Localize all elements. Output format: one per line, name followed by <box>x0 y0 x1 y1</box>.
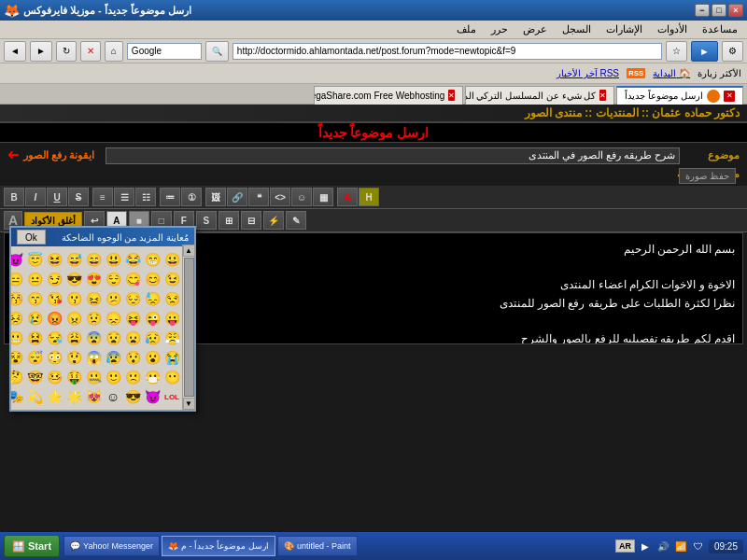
language-indicator[interactable]: AR <box>615 539 635 553</box>
emoji-6[interactable]: 😅 <box>64 250 83 269</box>
home-link[interactable]: 🏠 البداية <box>653 68 690 78</box>
emoji-23[interactable]: 😖 <box>84 289 103 308</box>
emoji-27[interactable]: 😚 <box>11 289 24 308</box>
tab-close-2[interactable]: ✕ <box>599 90 606 101</box>
size-btn[interactable]: S <box>196 211 217 230</box>
emoji-51[interactable]: 😲 <box>64 348 83 367</box>
emoji-15[interactable]: 😎 <box>64 270 83 288</box>
emoji-7[interactable]: 😆 <box>45 250 63 269</box>
close-button[interactable]: × <box>728 4 743 17</box>
emoji-13[interactable]: 😌 <box>104 270 122 288</box>
image-button[interactable]: 🖼 <box>205 188 226 206</box>
tab-series[interactable]: ✕ كل شيء عن المسلسل التركي الم... <box>465 86 614 105</box>
emoji-35[interactable]: 😢 <box>25 309 44 328</box>
emoji-70[interactable]: ⭐ <box>45 387 63 406</box>
emoji-65[interactable]: 😈 <box>143 387 162 406</box>
bold-button[interactable]: B <box>4 188 24 206</box>
emoji-12[interactable]: 😋 <box>123 270 142 288</box>
emoji-20[interactable]: 😓 <box>143 289 162 308</box>
back-button[interactable]: ◄ <box>4 41 26 62</box>
emoji-30[interactable]: 😝 <box>123 309 142 328</box>
forward-button[interactable]: ► <box>30 41 52 62</box>
subject-input[interactable] <box>106 147 680 164</box>
emoji-38[interactable]: 😥 <box>143 329 162 347</box>
emoji-57[interactable]: 🙁 <box>123 368 142 386</box>
refresh-button[interactable]: ↻ <box>56 41 77 62</box>
emoji-29[interactable]: 😜 <box>143 309 162 328</box>
emoji-34[interactable]: 😡 <box>45 309 63 328</box>
emoji-5[interactable]: 😄 <box>84 250 103 269</box>
emoji-48[interactable]: 😯 <box>123 348 142 367</box>
search-input[interactable] <box>127 43 202 60</box>
emoji-9[interactable]: 😈 <box>11 250 24 269</box>
menu-file[interactable]: ملف <box>453 22 480 36</box>
taskbar-paint[interactable]: 🎨 untitled - Paint <box>277 536 358 556</box>
tab-close-1[interactable]: ✕ <box>724 91 735 102</box>
emoji-17[interactable]: 😐 <box>25 270 44 288</box>
tab-close-3[interactable]: ✕ <box>448 90 455 101</box>
emoji-lol[interactable]: LOL <box>162 387 181 406</box>
google-search-button[interactable]: 🔍 <box>205 41 229 62</box>
emoji-59[interactable]: 🤐 <box>84 368 103 386</box>
emoji-54[interactable]: 😵 <box>11 348 24 367</box>
align-center-button[interactable]: ☰ <box>114 188 134 206</box>
emoji-42[interactable]: 😩 <box>64 329 83 347</box>
emoji-scroll-thumb[interactable] <box>184 258 194 397</box>
emoji-25[interactable]: 😘 <box>45 289 63 308</box>
table-button[interactable]: ▦ <box>313 188 333 206</box>
emoji-ok-button[interactable]: Ok <box>17 230 46 245</box>
emoji-39[interactable]: 😦 <box>123 329 142 347</box>
emoji-1[interactable]: 😀 <box>162 250 181 269</box>
emoji-52[interactable]: 😳 <box>45 348 63 367</box>
emoji-16[interactable]: 😏 <box>45 270 63 288</box>
emoji-69[interactable]: 🌟 <box>64 387 83 406</box>
ordered-list-button[interactable]: ① <box>181 188 202 206</box>
emoji-46[interactable]: 😭 <box>162 348 181 367</box>
emoji-14[interactable]: 😍 <box>84 270 103 288</box>
italic-button[interactable]: I <box>25 188 46 206</box>
list-button[interactable]: ≔ <box>160 188 180 206</box>
emoji-24[interactable]: 😗 <box>64 289 83 308</box>
emoji-49[interactable]: 😰 <box>104 348 122 367</box>
special-btn-1[interactable]: ⊞ <box>218 211 239 230</box>
emoji-36[interactable]: 😣 <box>11 309 24 328</box>
emoji-55[interactable]: 😶 <box>162 368 181 386</box>
minimize-button[interactable]: − <box>695 4 710 17</box>
emoji-22[interactable]: 😕 <box>104 289 122 308</box>
menu-help[interactable]: مساعدة <box>698 22 741 36</box>
emoji-71[interactable]: 💫 <box>25 387 44 406</box>
emoji-scroll-up[interactable]: ▲ <box>183 245 195 257</box>
menu-bookmarks[interactable]: الإشارات <box>602 22 646 36</box>
go-button[interactable]: ► <box>691 41 718 62</box>
emoji-4[interactable]: 😃 <box>104 250 122 269</box>
emoji-44[interactable]: 😫 <box>25 329 44 347</box>
emoji-43[interactable]: 😪 <box>45 329 63 347</box>
emoji-37[interactable]: 😤 <box>162 329 181 347</box>
tab-newtopic[interactable]: ✕ ارسل موضوعاً جديداً <box>616 86 743 105</box>
emoji-63[interactable]: 🤔 <box>11 368 24 386</box>
emoji-67[interactable]: ☺ <box>104 387 122 406</box>
emoji-62[interactable]: 🤓 <box>25 368 44 386</box>
taskbar-firefox[interactable]: 🦊 ارسل موضوعاً جديداً - م <box>162 536 275 556</box>
emoji-26[interactable]: 😙 <box>25 289 44 308</box>
font-color-button[interactable]: A <box>337 188 358 206</box>
emoji-41[interactable]: 😨 <box>84 329 103 347</box>
emoji-50[interactable]: 😱 <box>84 348 103 367</box>
bookmark-button[interactable]: ☆ <box>666 41 687 62</box>
maximize-button[interactable]: □ <box>712 4 726 17</box>
menu-history[interactable]: السجل <box>558 22 595 36</box>
emoji-60[interactable]: 🤑 <box>64 368 83 386</box>
emoji-47[interactable]: 😮 <box>143 348 162 367</box>
emoji-33[interactable]: 😠 <box>64 309 83 328</box>
link-button[interactable]: 🔗 <box>227 188 247 206</box>
emoji-11[interactable]: 😊 <box>143 270 162 288</box>
emoji-61[interactable]: 🤒 <box>45 368 63 386</box>
special-btn-4[interactable]: ✎ <box>286 211 306 230</box>
address-input[interactable] <box>233 43 662 60</box>
tab-megashare[interactable]: ✕ MegaShare.com Free Webhosting <box>314 86 463 105</box>
emoji-45[interactable]: 😬 <box>11 329 24 347</box>
emoji-53[interactable]: 😴 <box>25 348 44 367</box>
special-btn-3[interactable]: ⚡ <box>263 211 284 230</box>
rss-link[interactable]: RSS آخر الأخبار <box>557 68 619 78</box>
emoji-72[interactable]: 🎭 <box>11 387 24 406</box>
